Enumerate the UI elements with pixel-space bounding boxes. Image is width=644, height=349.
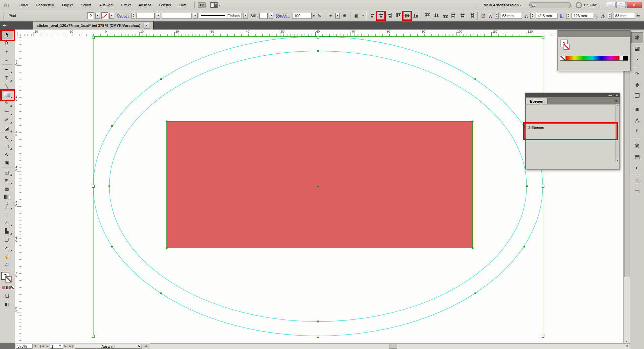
menu-auswahl[interactable]: Auswahl bbox=[95, 2, 117, 8]
anchor-point[interactable] bbox=[160, 79, 162, 80]
anchor-point[interactable] bbox=[317, 50, 319, 52]
h-stepper[interactable]: ▲▼ bbox=[608, 13, 612, 19]
constrain-proportions-icon[interactable]: –⊙ bbox=[595, 12, 599, 19]
slice-tool[interactable]: ✂◢ bbox=[1, 243, 12, 252]
distribute-hcenter-icon[interactable] bbox=[459, 12, 466, 19]
red-rectangle[interactable] bbox=[167, 121, 473, 248]
stroke-color-button[interactable] bbox=[101, 12, 108, 19]
last-artboard-icon[interactable]: ▶❙ bbox=[69, 345, 73, 348]
anchor-point[interactable] bbox=[317, 321, 319, 322]
drawing-modes-button[interactable]: ❏ bbox=[1, 291, 13, 300]
y-field[interactable]: 41,5 mm bbox=[536, 13, 557, 19]
menu-ansicht[interactable]: Ansicht bbox=[135, 2, 155, 8]
b-label[interactable]: B: bbox=[560, 13, 564, 18]
b-stepper[interactable]: ▲▼ bbox=[566, 13, 570, 19]
pen-tool[interactable]: ✒◢ bbox=[1, 65, 12, 73]
fill-dropdown-button[interactable]: ▾ bbox=[95, 13, 100, 19]
paragraph-panel-icon[interactable]: ¶ bbox=[631, 126, 643, 137]
distribute-right-icon[interactable] bbox=[468, 12, 475, 19]
tab-close-icon[interactable]: ✕ bbox=[144, 23, 150, 29]
align-top-icon[interactable] bbox=[395, 12, 402, 19]
y-stepper[interactable]: ▲▼ bbox=[530, 13, 534, 19]
type-tool[interactable]: T◢ bbox=[1, 73, 12, 82]
symbols-panel-icon[interactable]: ♣ bbox=[631, 79, 643, 90]
next-artboard-icon[interactable]: ▶ bbox=[64, 345, 66, 348]
color-fill-stroke-proxy[interactable]: ? bbox=[560, 39, 571, 54]
pencil-tool[interactable]: ✏◢ bbox=[1, 107, 12, 115]
mesh-tool[interactable]: ▦ bbox=[1, 185, 12, 193]
dock-grip[interactable] bbox=[633, 66, 642, 67]
anchor-point[interactable] bbox=[524, 246, 525, 248]
horizontal-scroll-thumb[interactable] bbox=[389, 344, 397, 349]
color-spectrum-bar[interactable] bbox=[560, 56, 628, 61]
close-button[interactable]: ✕ bbox=[627, 2, 642, 8]
scroll-up-icon[interactable]: ▲ bbox=[616, 104, 619, 107]
align-left-icon[interactable] bbox=[369, 12, 376, 19]
reference-point-locator[interactable]: ⊡ bbox=[480, 12, 487, 19]
width-tool[interactable]: ∿ bbox=[1, 150, 12, 158]
stroke-weight-dropdown[interactable]: ▾ bbox=[156, 13, 161, 19]
b-field[interactable]: 126 mm bbox=[572, 13, 593, 19]
screen-mode-button[interactable]: ◧ bbox=[1, 300, 13, 308]
anchor-point[interactable] bbox=[109, 186, 110, 187]
menu-bearbeiten[interactable]: Bearbeiten bbox=[32, 2, 58, 8]
perspective-grid-tool[interactable]: ⊞◢ bbox=[1, 176, 12, 185]
h-field[interactable]: 83 mm bbox=[613, 13, 635, 19]
anchor-point[interactable] bbox=[166, 121, 168, 122]
scroll-down-icon[interactable]: ▼ bbox=[616, 159, 619, 161]
selection-handle[interactable] bbox=[317, 36, 319, 39]
direct-selection-tool[interactable] bbox=[1, 39, 12, 47]
fill-color-button[interactable]: ? bbox=[87, 12, 94, 19]
chevron-down-icon[interactable]: ▾ bbox=[219, 4, 220, 7]
stroke-proxy-swatch[interactable] bbox=[564, 44, 570, 50]
distribute-vcenter-icon[interactable] bbox=[433, 12, 440, 19]
selection-handle[interactable] bbox=[542, 335, 544, 338]
width-profile-dropdown[interactable]: ▾ bbox=[193, 13, 198, 19]
gradient-tool[interactable] bbox=[1, 193, 12, 201]
brushes-panel-icon[interactable]: ✑ bbox=[631, 68, 643, 79]
h-label[interactable]: H: bbox=[601, 13, 605, 18]
magic-wand-tool[interactable]: ✶ bbox=[1, 47, 12, 56]
opacity-slider-arrow-icon[interactable]: ▶ bbox=[313, 14, 315, 17]
selection-handle[interactable] bbox=[92, 335, 95, 338]
blob-brush-tool[interactable]: ✐◢ bbox=[1, 115, 12, 124]
symbol-sprayer-tool[interactable]: ♨◢ bbox=[1, 218, 12, 227]
align-right-icon[interactable] bbox=[386, 12, 393, 19]
transparency-panel-icon[interactable]: ◐ bbox=[631, 162, 643, 173]
none-button[interactable] bbox=[10, 286, 14, 289]
selection-handle[interactable] bbox=[542, 36, 544, 39]
stroke-weight-link[interactable]: Kontur: bbox=[117, 13, 128, 18]
color-guide-panel-icon[interactable]: ◔ bbox=[631, 54, 643, 65]
opacity-link[interactable]: Deckkr.: bbox=[276, 13, 289, 18]
gradient-panel-icon[interactable]: ▤ bbox=[631, 151, 643, 162]
character-panel-icon[interactable]: A bbox=[631, 115, 643, 126]
color-button[interactable] bbox=[2, 286, 5, 289]
tab-overflow-chevrons-icon[interactable]: ▶▶ bbox=[3, 24, 6, 27]
artboard-dropdown-icon[interactable]: ▼ bbox=[59, 345, 61, 348]
x-stepper[interactable]: ▲▼ bbox=[495, 13, 499, 19]
style-dropdown[interactable]: ▾ bbox=[269, 13, 274, 19]
stroke-weight-field[interactable] bbox=[137, 13, 155, 19]
select-similar-icon[interactable]: ⌖ bbox=[327, 12, 334, 19]
restore-button[interactable]: ❐ bbox=[616, 2, 626, 8]
hand-tool[interactable]: ☝ bbox=[1, 252, 12, 260]
pathfinder-panel-icon[interactable]: ❒ bbox=[631, 187, 643, 198]
y-label[interactable]: y: bbox=[525, 13, 528, 18]
brush-definition-dropdown[interactable]: ▾ bbox=[243, 13, 248, 19]
appearance-panel-icon[interactable]: ◉ bbox=[631, 140, 643, 151]
vertical-scrollbar[interactable]: ▲ ▼ bbox=[623, 36, 630, 343]
layers-scrollbar[interactable]: ▲ ▼ bbox=[615, 104, 620, 161]
search-input[interactable] bbox=[529, 2, 571, 8]
spectrum-gradient[interactable] bbox=[566, 56, 619, 60]
scroll-right-icon[interactable]: ▶ bbox=[627, 344, 629, 347]
anchor-point[interactable] bbox=[475, 293, 476, 294]
graphic-styles-panel-icon[interactable]: ❐ bbox=[631, 90, 643, 101]
recolor-artwork-icon[interactable]: ✺ bbox=[341, 12, 348, 19]
anchor-point[interactable] bbox=[526, 186, 528, 187]
distribute-top-icon[interactable] bbox=[424, 12, 431, 19]
anchor-point[interactable] bbox=[111, 246, 113, 248]
zoom-dropdown-icon[interactable]: ▼ bbox=[34, 345, 37, 348]
selection-handle[interactable] bbox=[317, 335, 319, 338]
selection-handle[interactable] bbox=[542, 185, 544, 188]
width-profile-select[interactable] bbox=[162, 13, 191, 19]
